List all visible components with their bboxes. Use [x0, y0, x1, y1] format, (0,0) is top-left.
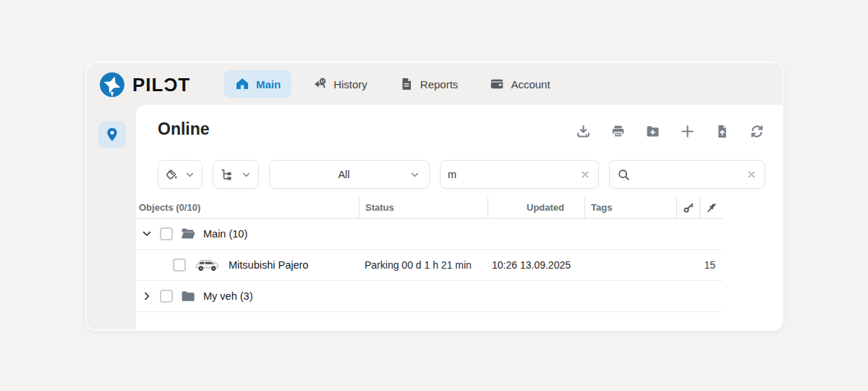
search-field: [609, 160, 765, 189]
vehicle-name: Mitsubishi Pajero: [229, 259, 308, 271]
brand-logo: PILƆT: [98, 70, 190, 99]
column-header-tags: Tags: [584, 197, 676, 219]
nav-tab-account[interactable]: Account: [479, 70, 561, 98]
tree-icon: [220, 168, 234, 182]
objects-cell: Mitsubishi Pajero: [136, 256, 359, 274]
main-nav: Main History: [224, 70, 561, 98]
nav-tab-history[interactable]: History: [302, 70, 378, 98]
filter-bar: All: [87, 160, 782, 189]
key-icon: [683, 202, 694, 214]
pilot-logo-icon: [98, 71, 126, 98]
map-pin-button[interactable]: [98, 121, 126, 148]
chevron-down-icon: [241, 169, 252, 180]
status-cell: Parking 00 d 1 h 21 min: [359, 259, 488, 271]
printer-icon[interactable]: [610, 124, 626, 139]
row-checkbox[interactable]: [160, 227, 173, 240]
column-header-key[interactable]: [676, 197, 699, 219]
vehicle-photo: [193, 256, 221, 274]
color-fill-dropdown[interactable]: [158, 160, 203, 189]
group-tree-dropdown[interactable]: [213, 160, 259, 189]
table-header: Objects (0/10) Status Updated Tags: [136, 197, 723, 219]
objects-cell: My veh (3): [136, 288, 359, 304]
clear-icon[interactable]: [746, 169, 757, 180]
pin-off-icon: [706, 202, 718, 214]
map-pin-icon: [104, 127, 120, 143]
page-title: Online: [158, 119, 210, 139]
home-icon: [235, 77, 250, 91]
nav-tab-label: Reports: [420, 78, 459, 91]
plus-icon[interactable]: [680, 124, 695, 139]
nav-tab-label: Main: [256, 78, 281, 91]
panel-toolbar: [576, 124, 765, 139]
name-filter-input[interactable]: [448, 169, 579, 180]
nav-tab-label: Account: [511, 78, 550, 91]
row-checkbox[interactable]: [173, 258, 186, 272]
updated-cell: 10:26 13.09.2025: [488, 259, 584, 271]
brand-name: PILƆT: [132, 74, 190, 96]
download-icon[interactable]: [576, 124, 591, 139]
folder-plus-icon[interactable]: [645, 124, 660, 139]
nav-tab-main[interactable]: Main: [224, 70, 292, 98]
chevron-down-icon: [184, 169, 195, 180]
paint-fill-icon: [165, 168, 179, 182]
table-row-group-myveh[interactable]: My veh (3): [136, 281, 723, 312]
column-header-status: Status: [359, 197, 488, 219]
chevron-down-icon[interactable]: [141, 228, 153, 240]
reports-icon: [399, 77, 414, 91]
value-cell: 15: [676, 259, 723, 271]
group-label: Main (10): [203, 228, 247, 240]
main-card: PILƆT Main History: [85, 62, 783, 331]
account-icon: [490, 77, 504, 91]
group-label: My veh (3): [203, 290, 253, 302]
search-input[interactable]: [636, 169, 741, 180]
table-row-vehicle[interactable]: Mitsubishi Pajero Parking 00 d 1 h 21 mi…: [136, 250, 723, 281]
group-filter-select[interactable]: All: [269, 160, 430, 189]
row-checkbox[interactable]: [160, 290, 173, 303]
table-row-group-main[interactable]: Main (10): [136, 219, 723, 250]
group-filter-value: All: [278, 169, 409, 180]
name-filter-field: [440, 160, 599, 189]
search-icon: [617, 168, 631, 182]
column-header-pin[interactable]: [699, 197, 723, 219]
column-header-objects: Objects (0/10): [136, 197, 359, 219]
refresh-icon[interactable]: [749, 124, 765, 139]
nav-tab-label: History: [333, 78, 367, 91]
folder-closed-icon: [180, 288, 196, 304]
chevron-down-icon: [409, 169, 420, 180]
app-window: PILƆT Main History: [0, 0, 868, 391]
chevron-right-icon[interactable]: [141, 290, 153, 302]
column-header-updated: Updated: [488, 197, 584, 219]
clear-icon[interactable]: [579, 169, 591, 180]
nav-tab-reports[interactable]: Reports: [388, 70, 469, 98]
objects-cell: Main (10): [136, 226, 359, 242]
file-upload-icon[interactable]: [715, 124, 730, 139]
history-icon: [312, 77, 327, 91]
folder-open-icon: [180, 226, 196, 242]
